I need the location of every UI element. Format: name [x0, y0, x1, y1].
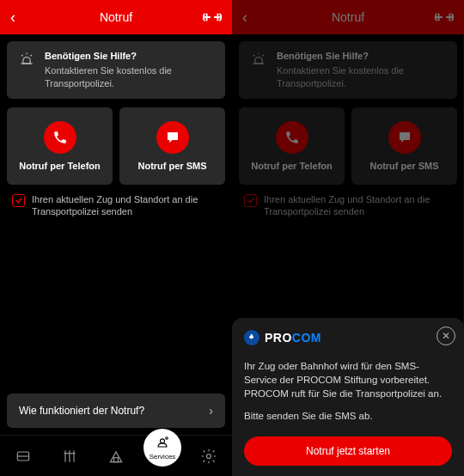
procom-badge-icon — [244, 330, 259, 345]
sms-icon — [156, 121, 189, 154]
share-location-checkbox[interactable] — [12, 194, 25, 207]
phone-icon — [276, 121, 308, 154]
emergency-button-row: Notruf per Telefon Notruf per SMS — [0, 107, 232, 185]
call-emergency-button[interactable]: Notruf per Telefon — [7, 107, 113, 185]
sbb-logo — [435, 11, 454, 23]
svg-point-9 — [172, 135, 174, 137]
call-emergency-button[interactable]: Notruf per Telefon — [239, 107, 345, 185]
sheet-text-1: Ihr Zug oder Bahnhof wird für den SMS-Se… — [244, 359, 452, 400]
sms-emergency-button[interactable]: Notruf per SMS — [119, 107, 225, 185]
tab-timetable[interactable] — [51, 437, 89, 475]
sms-emergency-label: Notruf per SMS — [369, 161, 438, 171]
sheet-body: Ihr Zug oder Bahnhof wird für den SMS-Se… — [244, 359, 452, 423]
start-emergency-button[interactable]: Notruf jetzt starten — [244, 436, 452, 466]
svg-line-6 — [21, 55, 22, 56]
svg-point-8 — [170, 135, 172, 137]
sheet-text-2: Bitte senden Sie die SMS ab. — [244, 409, 452, 423]
share-location-checkbox[interactable] — [244, 194, 257, 207]
screen-left-emergency: ‹ Notruf Benötigen Sie Hilfe? Kontaktier… — [0, 0, 232, 476]
help-banner-text: Benötigen Sie Hilfe? Kontaktieren Sie ko… — [45, 50, 215, 90]
svg-line-27 — [253, 55, 254, 56]
svg-point-18 — [161, 439, 165, 443]
share-location-row[interactable]: Ihren aktuellen Zug und Standort an die … — [232, 185, 464, 218]
share-location-row[interactable]: Ihren aktuellen Zug und Standort an die … — [0, 185, 232, 218]
tab-bar: Services — [0, 435, 232, 476]
help-banner-text: Benötigen Sie Hilfe? Kontaktieren Sie ko… — [277, 50, 447, 90]
call-emergency-label: Notruf per Telefon — [251, 161, 333, 171]
help-banner-subtitle: Kontaktieren Sie kostenlos die Transport… — [277, 64, 447, 90]
sms-emergency-button[interactable]: Notruf per SMS — [351, 107, 457, 185]
sms-icon — [388, 121, 421, 154]
help-banner: Benötigen Sie Hilfe? Kontaktieren Sie ko… — [239, 41, 457, 99]
svg-rect-17 — [114, 457, 119, 461]
page-title: Notruf — [232, 10, 464, 24]
phone-icon — [44, 121, 76, 154]
procom-brand: PROCOM — [244, 330, 452, 345]
share-location-label: Ihren aktuellen Zug und Standort an die … — [264, 193, 452, 218]
svg-point-20 — [207, 454, 211, 458]
siren-icon — [17, 50, 36, 69]
app-header: ‹ Notruf — [232, 0, 464, 34]
share-location-label: Ihren aktuellen Zug und Standort an die … — [32, 193, 220, 218]
svg-line-28 — [263, 55, 264, 56]
svg-point-29 — [402, 135, 404, 137]
screen-right-emergency-sheet: ‹ Notruf Benötigen Sie Hilfe? Kontaktier… — [232, 0, 464, 476]
help-banner-question: Benötigen Sie Hilfe? — [45, 50, 215, 63]
siren-icon — [249, 50, 268, 69]
close-button[interactable]: ✕ — [437, 326, 455, 345]
help-banner-subtitle: Kontaktieren Sie kostenlos die Transport… — [45, 64, 215, 90]
tab-services[interactable]: Services — [143, 429, 181, 467]
tab-tickets[interactable] — [4, 437, 42, 475]
faq-button[interactable]: Wie funktioniert der Notruf? › — [7, 394, 225, 428]
chevron-right-icon: › — [209, 404, 213, 418]
svg-point-10 — [174, 135, 175, 137]
help-banner-question: Benötigen Sie Hilfe? — [277, 50, 447, 63]
help-banner: Benötigen Sie Hilfe? Kontaktieren Sie ko… — [7, 41, 225, 99]
procom-brand-text: PROCOM — [265, 331, 321, 345]
page-title: Notruf — [0, 10, 232, 24]
faq-label: Wie funktioniert der Notruf? — [19, 405, 144, 417]
sbb-logo — [203, 11, 222, 23]
svg-point-19 — [166, 437, 168, 440]
tab-station[interactable] — [97, 437, 135, 475]
svg-point-31 — [406, 135, 407, 137]
procom-sheet: ✕ PROCOM Ihr Zug oder Bahnhof wird für d… — [232, 318, 464, 476]
svg-point-30 — [404, 135, 406, 137]
svg-line-7 — [31, 55, 32, 56]
app-header: ‹ Notruf — [0, 0, 232, 34]
spacer — [0, 217, 232, 394]
tab-services-label: Services — [150, 453, 176, 461]
emergency-button-row: Notruf per Telefon Notruf per SMS — [232, 107, 464, 185]
tab-settings[interactable] — [190, 437, 228, 475]
sms-emergency-label: Notruf per SMS — [137, 161, 206, 171]
call-emergency-label: Notruf per Telefon — [19, 161, 101, 171]
